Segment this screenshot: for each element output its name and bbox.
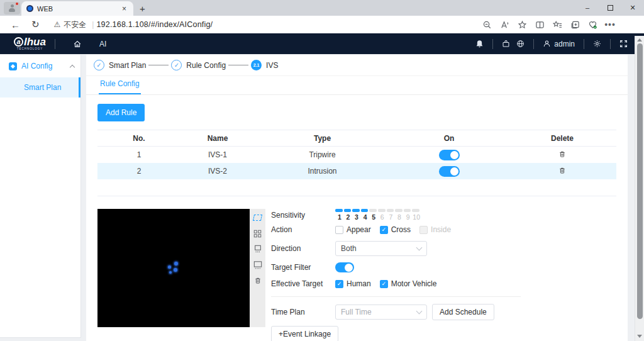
sidebar-item-smart-plan[interactable]: Smart Plan — [0, 77, 80, 98]
checkbox-checked-icon: ✓ — [335, 280, 343, 288]
user-menu[interactable]: admin — [543, 40, 575, 48]
step-ivs[interactable]: 2.1 IVS — [251, 60, 280, 70]
add-schedule-button[interactable]: Add Schedule — [432, 304, 494, 320]
ai-config-icon — [9, 62, 17, 70]
add-rule-button[interactable]: Add Rule — [97, 104, 145, 121]
sidebar: AI Config Smart Plan — [0, 55, 81, 338]
window-maximize-button[interactable] — [599, 0, 621, 15]
clear-drawing-icon[interactable] — [253, 276, 262, 285]
username-label: admin — [554, 40, 575, 48]
favorites-bar-icon[interactable] — [550, 17, 565, 32]
rule-properties-panel: Sensitivity 1 2 3 4 5 6 — [271, 209, 521, 341]
security-icon[interactable] — [502, 40, 510, 48]
config-steps: ✓ Smart Plan ✓ Rule Config 2.1 IVS — [86, 55, 628, 76]
site-security-info[interactable]: ⚠ 不安全 | — [54, 20, 97, 30]
fullscreen-icon[interactable] — [619, 40, 628, 48]
read-aloud-icon[interactable] — [497, 17, 512, 32]
browser-essentials-icon[interactable] — [585, 17, 600, 32]
page-scrollbar[interactable] — [635, 36, 644, 341]
checkbox-disabled-icon — [419, 226, 428, 234]
window-close-button[interactable]: ✕ — [621, 0, 644, 15]
address-separator: | — [92, 20, 94, 29]
scrollbar-thumb[interactable] — [637, 43, 643, 319]
main-content: ✓ Smart Plan ✓ Rule Config 2.1 IVS Rule … — [86, 55, 628, 341]
effective-target-label: Effective Target — [271, 279, 335, 288]
step-done-check-icon: ✓ — [171, 60, 182, 70]
target-filter-toggle[interactable] — [335, 262, 354, 272]
rules-table: No. Name Type On Delete 1 IVS-1 Tripwire… — [97, 130, 616, 196]
window-minimize-button[interactable]: – — [576, 0, 599, 15]
refresh-button[interactable]: ↻ — [26, 19, 45, 30]
checkbox-icon — [335, 226, 343, 234]
content-tabs: Rule Config — [86, 76, 628, 95]
direction-label: Direction — [271, 244, 335, 253]
event-linkage-button[interactable]: +Event Linkage — [271, 326, 338, 341]
profile-avatar-icon — [8, 4, 16, 12]
menu-item-ai[interactable]: AI — [91, 33, 115, 54]
back-button[interactable]: ← — [5, 20, 26, 30]
checkbox-human[interactable]: ✓ Human — [335, 279, 371, 288]
delete-rule-icon[interactable] — [508, 167, 616, 176]
table-header: No. Name Type On Delete — [97, 130, 616, 147]
target-filter-label: Target Filter — [271, 263, 335, 272]
max-size-icon[interactable] — [253, 260, 262, 269]
delete-rule-icon[interactable] — [508, 150, 616, 160]
sensitivity-slider[interactable]: 1 2 3 4 5 6 7 8 9 10 — [335, 209, 421, 221]
settings-gear-icon[interactable] — [593, 40, 601, 48]
checkbox-appear[interactable]: Appear — [335, 225, 371, 234]
browser-menu-icon[interactable]: ••• — [602, 17, 618, 32]
user-icon — [543, 40, 551, 48]
browser-address-bar: ← ↻ ⚠ 不安全 | 192.168.1.108/#/index/AIConf… — [0, 16, 644, 33]
network-globe-icon[interactable] — [516, 40, 525, 48]
table-row[interactable]: 1 IVS-1 Tripwire — [97, 147, 616, 163]
tab-title: WEB — [37, 5, 116, 13]
pixel-grid-icon[interactable] — [253, 229, 262, 238]
checkbox-checked-icon: ✓ — [380, 280, 388, 288]
chevron-down-icon — [416, 245, 423, 251]
home-button[interactable] — [64, 33, 91, 54]
dahua-logo: alhua TECHNOLOGY — [14, 36, 46, 51]
time-plan-label: Time Plan — [271, 308, 335, 316]
drawing-toolbar — [250, 209, 265, 327]
browser-tab-strip: WEB × + – ✕ — [0, 0, 644, 16]
min-size-icon[interactable] — [253, 245, 262, 254]
sensitivity-label: Sensitivity — [271, 211, 335, 220]
step-rule-config[interactable]: ✓ Rule Config — [171, 60, 228, 70]
chevron-up-icon — [70, 64, 75, 69]
tab-close-icon[interactable]: × — [120, 4, 128, 13]
url-input[interactable]: 192.168.1.108/#/index/AIConfig/ — [96, 20, 213, 29]
favorite-star-icon[interactable] — [514, 17, 530, 32]
video-overlay-dots — [168, 262, 183, 276]
time-plan-select[interactable]: Full Time — [335, 305, 427, 320]
scroll-down-arrow-icon[interactable] — [635, 332, 644, 340]
checkbox-inside: Inside — [419, 225, 451, 234]
section-divider — [271, 296, 521, 297]
step-current-badge: 2.1 — [251, 60, 262, 70]
site-favicon — [26, 5, 33, 12]
step-done-check-icon: ✓ — [94, 60, 104, 70]
home-icon — [73, 40, 82, 48]
checkbox-motor-vehicle[interactable]: ✓ Motor Vehicle — [380, 279, 437, 288]
action-label: Action — [271, 225, 335, 234]
not-secure-warning-icon: ⚠ — [54, 20, 61, 29]
rule-on-toggle[interactable] — [439, 166, 460, 177]
alarm-bell-icon[interactable] — [475, 40, 484, 48]
checkbox-cross[interactable]: ✓ Cross — [380, 225, 411, 234]
new-tab-button[interactable]: + — [133, 3, 152, 16]
tab-rule-config[interactable]: Rule Config — [99, 79, 141, 94]
maximize-icon — [608, 5, 613, 11]
sidebar-group-ai-config[interactable]: AI Config — [0, 55, 80, 77]
collections-icon[interactable] — [567, 17, 582, 32]
direction-select[interactable]: Both — [335, 241, 427, 256]
draw-rule-icon[interactable] — [253, 213, 262, 222]
zoom-out-icon[interactable] — [479, 17, 494, 32]
browser-profile-button[interactable] — [4, 2, 20, 14]
not-secure-label: 不安全 — [64, 20, 86, 30]
browser-tab[interactable]: WEB × — [21, 1, 133, 16]
app-navbar: alhua TECHNOLOGY AI admin — [0, 33, 644, 54]
video-preview[interactable] — [97, 209, 250, 327]
step-smart-plan[interactable]: ✓ Smart Plan — [94, 60, 148, 70]
split-screen-icon[interactable] — [532, 17, 547, 32]
rule-on-toggle[interactable] — [439, 150, 460, 160]
table-row[interactable]: 2 IVS-2 Intrusion — [97, 163, 616, 179]
